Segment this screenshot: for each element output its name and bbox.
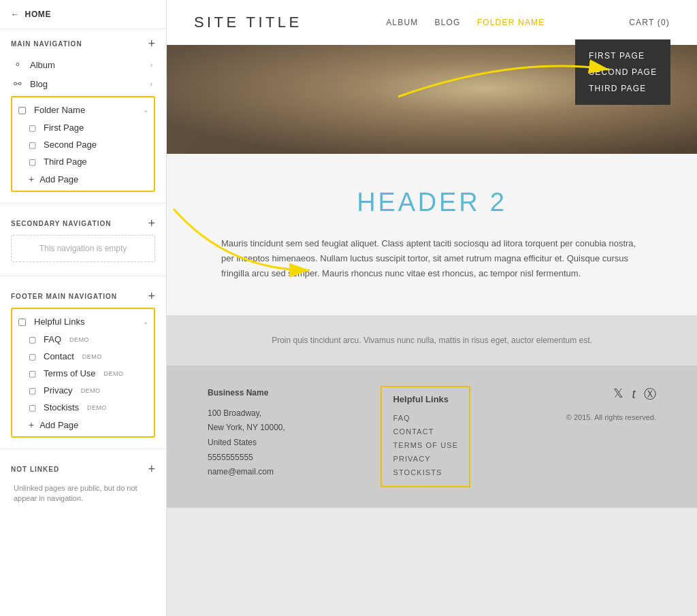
home-label: HOME <box>25 10 51 19</box>
footer-link-faq[interactable]: FAQ <box>393 411 458 425</box>
footer-link-privacy[interactable]: PRIVACY <box>393 452 458 466</box>
blog-label: Blog <box>30 79 145 89</box>
sidebar-item-third-page[interactable]: ▢ Third Page <box>15 153 151 170</box>
chevron-right-icon: › <box>150 61 152 69</box>
secondary-navigation-section: SECONDARY NAVIGATION + This navigation i… <box>0 209 166 270</box>
footer-folder-item[interactable]: ▢ Helpful Links ⌄ <box>15 312 151 331</box>
footer-nav-title: FOOTER MAIN NAVIGATION <box>11 293 117 300</box>
site-preview: ↖ SITE TITLE ALBUM BLOG FOLDER NAME CART… <box>167 0 697 616</box>
cart-button[interactable]: CART (0) <box>629 18 670 27</box>
footer-link-stockists[interactable]: STOCKISTS <box>393 466 458 479</box>
nav-blog[interactable]: BLOG <box>434 18 460 27</box>
footer-navigation-section: FOOTER MAIN NAVIGATION + ▢ Helpful Links… <box>0 282 166 443</box>
home-button[interactable]: ← HOME <box>0 0 166 29</box>
footer-address: Business Name 100 Broadway, New York, NY… <box>208 386 285 480</box>
sidebar-item-privacy[interactable]: ▢ Privacy DEMO <box>15 382 151 399</box>
page-icon-second: ▢ <box>29 140 38 150</box>
footer-bottom: Business Name 100 Broadway, New York, NY… <box>167 366 697 508</box>
sidebar: ← HOME MAIN NAVIGATION + ⚬ Album › ⚯ Blo… <box>0 0 167 616</box>
add-secondary-nav-button[interactable]: + <box>148 217 155 229</box>
dropdown-item-third[interactable]: THIRD PAGE <box>589 80 657 97</box>
nav-folder[interactable]: FOLDER NAME <box>477 18 545 27</box>
site-content: HEADER 2 Mauris tincidunt sem sed feugia… <box>167 154 697 315</box>
not-linked-note: Unlinked pages are public, but do not ap… <box>11 481 155 510</box>
sidebar-item-first-page[interactable]: ▢ First Page <box>15 119 151 136</box>
pinterest-icon[interactable]: Ⓧ <box>644 386 656 402</box>
privacy-label: Privacy <box>44 385 73 395</box>
second-page-label: Second Page <box>44 140 97 150</box>
add-page-label-footer: Add Page <box>39 420 78 430</box>
not-linked-section: NOT LINKED + Unlinked pages are public, … <box>0 455 166 513</box>
add-page-button-main[interactable]: + Add Page <box>15 170 151 188</box>
folder-name-item[interactable]: ▢ Folder Name ⌄ <box>15 100 151 119</box>
page-icon-contact: ▢ <box>29 352 38 361</box>
address-line1: 100 Broadway, <box>208 406 285 421</box>
chevron-down-icon: ⌄ <box>143 106 148 114</box>
dropdown-item-second[interactable]: SECOND PAGE <box>589 64 657 80</box>
add-page-button-footer[interactable]: + Add Page <box>15 416 151 434</box>
twitter-icon[interactable]: 𝕏 <box>613 386 623 402</box>
copyright-text: © 2015. All rights reserved. <box>566 413 656 421</box>
add-page-label-main: Add Page <box>39 174 78 184</box>
nav-album[interactable]: ALBUM <box>386 18 418 27</box>
chevron-right-icon-blog: › <box>150 80 152 88</box>
footer-top-text: Proin quis tincidunt arcu. Vivamus nunc … <box>208 336 656 345</box>
sidebar-item-contact[interactable]: ▢ Contact DEMO <box>15 348 151 365</box>
terms-demo-badge: DEMO <box>104 370 124 377</box>
secondary-nav-title: SECONDARY NAVIGATION <box>11 220 111 227</box>
page-icon-stockists: ▢ <box>29 403 38 412</box>
contact-label: Contact <box>44 351 74 361</box>
stockists-demo-badge: DEMO <box>87 404 107 411</box>
page-icon-faq: ▢ <box>29 335 38 344</box>
faq-label: FAQ <box>44 334 61 344</box>
footer-link-contact[interactable]: CONTACT <box>393 425 458 438</box>
footer-helpful-links: Helpful Links FAQ CONTACT TERMS OF USE P… <box>380 386 470 487</box>
not-linked-title: NOT LINKED <box>11 466 59 473</box>
footer-links-heading: Helpful Links <box>393 394 458 404</box>
sidebar-item-faq[interactable]: ▢ FAQ DEMO <box>15 331 151 348</box>
footer-top: Proin quis tincidunt arcu. Vivamus nunc … <box>167 315 697 366</box>
folder-name-group: ▢ Folder Name ⌄ ▢ First Page ▢ Second Pa… <box>11 96 155 192</box>
third-page-label: Third Page <box>44 157 87 167</box>
chevron-down-icon-footer: ⌄ <box>143 318 148 325</box>
main-nav-title: MAIN NAVIGATION <box>11 40 82 48</box>
tumblr-icon[interactable]: t <box>632 386 636 402</box>
sidebar-item-terms[interactable]: ▢ Terms of Use DEMO <box>15 365 151 382</box>
footer-link-terms[interactable]: TERMS OF USE <box>393 438 458 452</box>
address-line2: New York, NY 10000, <box>208 421 285 436</box>
footer-folder-group: ▢ Helpful Links ⌄ ▢ FAQ DEMO ▢ Contact D… <box>11 308 155 438</box>
sidebar-item-stockists[interactable]: ▢ Stockists DEMO <box>15 399 151 416</box>
add-main-nav-button[interactable]: + <box>148 37 155 50</box>
site-nav: ALBUM BLOG FOLDER NAME <box>386 18 545 27</box>
site-title: SITE TITLE <box>194 14 302 31</box>
plus-icon-main: + <box>29 174 34 184</box>
sidebar-item-second-page[interactable]: ▢ Second Page <box>15 136 151 153</box>
plus-icon-footer: + <box>29 419 34 430</box>
secondary-nav-empty: This navigation is empty <box>11 235 155 262</box>
back-arrow-icon: ← <box>11 10 20 19</box>
add-not-linked-button[interactable]: + <box>148 463 155 475</box>
content-body: Mauris tincidunt sem sed feugiat aliquet… <box>221 236 643 281</box>
folder-icon: ▢ <box>18 104 29 115</box>
social-icons: 𝕏 t Ⓧ <box>613 386 656 402</box>
add-footer-nav-button[interactable]: + <box>148 290 155 302</box>
business-name: Business Name <box>208 386 285 401</box>
phone-number: 5555555555 <box>208 451 285 466</box>
contact-demo-badge: DEMO <box>82 353 102 360</box>
footer-folder-label: Helpful Links <box>34 317 137 327</box>
address-line3: United States <box>208 436 285 451</box>
email-address: name@email.com <box>208 465 285 480</box>
sidebar-item-album[interactable]: ⚬ Album › <box>11 55 155 74</box>
footer-folder-icon: ▢ <box>18 316 29 327</box>
dropdown-item-first[interactable]: FIRST PAGE <box>589 48 657 64</box>
first-page-label: First Page <box>44 123 84 133</box>
blog-icon: ⚯ <box>14 78 25 89</box>
page-icon-third: ▢ <box>29 157 38 167</box>
page-icon-terms: ▢ <box>29 369 38 378</box>
stockists-label: Stockists <box>44 402 79 412</box>
sidebar-item-blog[interactable]: ⚯ Blog › <box>11 74 155 93</box>
privacy-demo-badge: DEMO <box>81 387 101 394</box>
album-icon: ⚬ <box>14 59 25 70</box>
content-heading: HEADER 2 <box>221 188 643 217</box>
folder-dropdown: FIRST PAGE SECOND PAGE THIRD PAGE <box>575 39 670 105</box>
